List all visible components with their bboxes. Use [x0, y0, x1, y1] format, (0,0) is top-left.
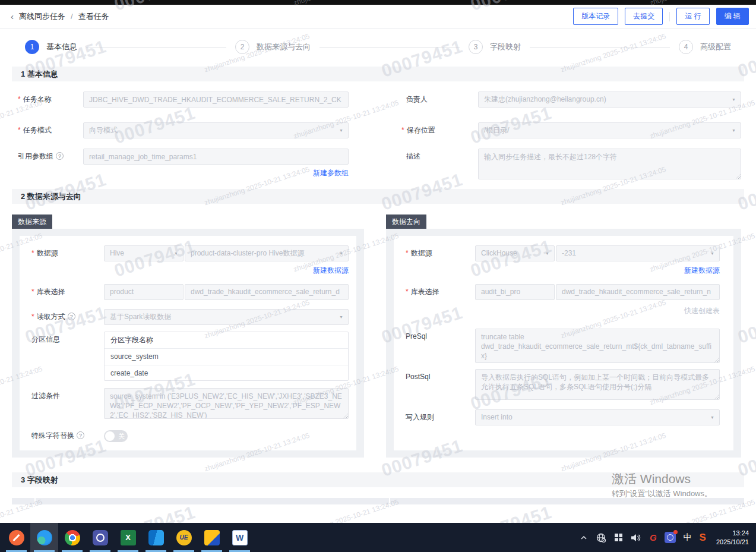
target-panel: *数据源 ClickHouse▼ -231▼ 新建数据源 *库表选择 audit…	[386, 229, 741, 458]
help-icon[interactable]: ?	[56, 152, 64, 160]
ultraedit-button[interactable]: UE	[170, 523, 198, 552]
source-table-input[interactable]: dwd_trade_hkaudit_ecommerce_sale_return_…	[185, 284, 349, 300]
task-view-icon[interactable]	[614, 533, 623, 542]
source-datasource-name-select[interactable]: product-data-cluster-pro Hive数据源▼	[185, 245, 349, 261]
help-icon[interactable]: ?	[68, 313, 75, 320]
target-datasource-type-select[interactable]: ClickHouse▼	[475, 245, 555, 261]
excel-icon: X	[121, 530, 136, 545]
edge-browser-button[interactable]	[30, 523, 58, 552]
special-char-label: 特殊字符替换?	[31, 428, 84, 444]
source-read-mode-select[interactable]: 基于Spark读取数据▼	[104, 309, 349, 325]
step-4-label: 高级配置	[700, 42, 731, 52]
description-label: 描述	[406, 149, 420, 165]
run-button[interactable]: 运 行	[676, 8, 709, 25]
chevron-down-icon: ▼	[710, 246, 714, 261]
excel-button[interactable]: X	[114, 523, 142, 552]
sogou-tray-icon[interactable]: S	[700, 532, 706, 544]
chrome-browser-button[interactable]	[58, 523, 86, 552]
g-app-tray-icon[interactable]: G	[650, 532, 657, 542]
chevron-up-icon[interactable]	[580, 534, 588, 542]
chevron-down-icon: ▼	[732, 123, 736, 138]
chevron-down-icon: ▼	[339, 246, 343, 261]
target-table-input[interactable]: dwd_trade_hkaudit_ecommerce_sale_return_…	[556, 284, 720, 300]
step-3-label: 字段映射	[490, 42, 521, 52]
step-2-label: 数据来源与去向	[257, 42, 311, 52]
save-location-label: *保存位置	[401, 122, 435, 138]
partition-table[interactable]: 分区字段名称 source_system create_date	[104, 332, 349, 381]
target-card: *数据源 ClickHouse▼ -231▼ 新建数据源 *库表选择 audit…	[394, 236, 733, 450]
breadcrumb-item-task-list[interactable]: 离线同步任务	[19, 11, 65, 22]
chevron-down-icon: ▼	[339, 123, 343, 138]
word-icon: W	[232, 530, 248, 545]
step-field-mapping[interactable]: 3 字段映射	[469, 40, 521, 54]
word-button[interactable]: W	[226, 523, 254, 552]
step-advanced-config[interactable]: 4 高级配置	[679, 40, 731, 54]
source-db-input[interactable]: product	[104, 284, 184, 300]
back-arrow-icon[interactable]: ‹	[11, 11, 14, 21]
taskbar-apps: X UE W	[0, 523, 254, 552]
pen-app-icon	[9, 530, 24, 545]
activate-windows-subtitle: 转到“设置”以激活 Windows。	[612, 488, 712, 499]
pen-app-button[interactable]	[2, 523, 30, 552]
presql-label: PreSql	[406, 329, 427, 345]
ime-indicator[interactable]: 中	[684, 532, 692, 543]
source-new-datasource-link[interactable]: 新建数据源	[104, 266, 349, 276]
chevron-down-icon: ▼	[732, 92, 736, 107]
task-name-input[interactable]	[83, 92, 349, 108]
step-1-label: 基本信息	[46, 42, 77, 52]
activate-windows-title: 激活 Windows	[612, 471, 691, 487]
messenger-app-button[interactable]	[86, 523, 114, 552]
source-table-label: *库表选择	[31, 284, 65, 300]
messenger-app-icon	[93, 530, 108, 545]
presql-textarea[interactable]: truncate table dwd_trade_hkaudit_ecommer…	[475, 329, 720, 363]
docs-app-button[interactable]	[142, 523, 170, 552]
target-new-datasource-link[interactable]: 新建数据源	[475, 266, 720, 276]
network-globe-icon[interactable]	[596, 532, 606, 543]
target-db-input[interactable]: audit_bi_pro	[475, 284, 555, 300]
required-mark: *	[401, 126, 404, 134]
clock-date: 2025/10/21	[716, 538, 749, 547]
special-char-toggle[interactable]: 关	[104, 430, 128, 442]
owner-select[interactable]: 朱建忠(zhujianzhong@heilangroup.cn)▼	[478, 92, 741, 108]
filter-condition-label: 过滤条件	[31, 388, 60, 404]
section-header-source-target: 2 数据来源与去向	[12, 189, 744, 204]
chevron-down-icon: ▼	[545, 246, 549, 261]
postsql-textarea[interactable]	[475, 369, 720, 400]
help-icon[interactable]: ?	[77, 431, 84, 439]
task-mode-select[interactable]: 向导模式▼	[83, 122, 349, 138]
mail-app-button[interactable]	[198, 523, 226, 552]
filter-condition-textarea[interactable]: source_system in ('E3PLUS_NEW2','EC_HIS_…	[104, 388, 349, 419]
partition-row: create_date	[105, 365, 348, 381]
step-3-circle: 3	[469, 40, 483, 54]
toggle-knob	[105, 431, 115, 441]
required-mark: *	[31, 249, 34, 257]
target-datasource-name-select[interactable]: -231▼	[556, 245, 720, 261]
notification-app-tray-icon[interactable]	[665, 532, 676, 543]
step-basic-info[interactable]: 1 基本信息	[25, 40, 77, 54]
version-history-button[interactable]: 版本记录	[573, 8, 618, 25]
quick-create-table-link[interactable]: 快速创建表	[475, 306, 720, 316]
button-divider	[669, 12, 670, 21]
taskbar-clock[interactable]: 13:24 2025/10/21	[716, 529, 749, 547]
owner-label: 负责人	[406, 92, 428, 108]
source-card: *数据源 Hive▼ product-data-cluster-pro Hive…	[20, 236, 356, 450]
breadcrumb: ‹ 离线同步任务 / 查看任务	[11, 11, 109, 22]
required-mark: *	[18, 126, 21, 134]
param-group-input[interactable]	[83, 149, 349, 165]
mail-app-icon	[204, 530, 220, 545]
submit-button[interactable]: 去提交	[625, 8, 663, 25]
volume-icon[interactable]	[631, 533, 642, 542]
system-tray: G 中 S 13:24 2025/10/21	[580, 529, 756, 547]
step-connector	[530, 47, 670, 48]
required-mark: *	[406, 288, 409, 296]
edit-button[interactable]: 编 辑	[716, 8, 749, 25]
description-textarea[interactable]	[478, 149, 741, 179]
required-mark: *	[406, 249, 409, 257]
ultraedit-icon: UE	[176, 530, 192, 545]
step-source-target[interactable]: 2 数据来源与去向	[235, 40, 311, 54]
save-location-select[interactable]: /根目录/▼	[478, 122, 741, 138]
step-1-circle: 1	[25, 40, 39, 54]
source-datasource-type-select[interactable]: Hive▼	[104, 245, 184, 261]
new-param-group-link[interactable]: 新建参数组	[83, 168, 349, 178]
write-rule-select[interactable]: Insert into▼	[475, 409, 720, 425]
